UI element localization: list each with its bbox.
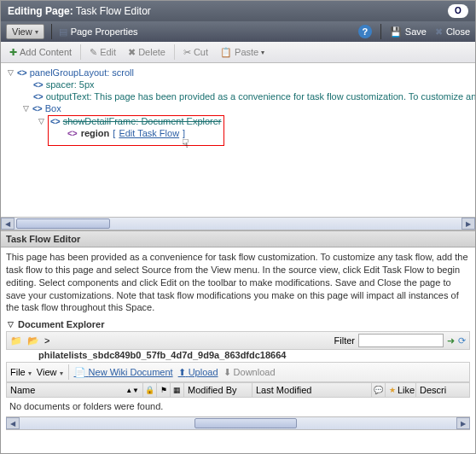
- col-icon[interactable]: ⚑: [157, 383, 171, 397]
- upload-link[interactable]: ⬆ Upload: [178, 367, 218, 378]
- breadcrumb-separator: >: [44, 335, 49, 346]
- lock-icon: 🔒: [145, 386, 154, 394]
- wiki-icon: 📄: [74, 367, 86, 377]
- chat-icon: 💬: [374, 386, 383, 394]
- col-last-modified[interactable]: Last Modified: [253, 383, 372, 397]
- scroll-left-arrow[interactable]: ◀: [6, 417, 20, 429]
- table-horizontal-scrollbar[interactable]: ◀ ▶: [6, 416, 470, 430]
- collapse-toggle[interactable]: ▽: [37, 117, 45, 125]
- tag-icon: <>: [33, 92, 44, 102]
- col-like[interactable]: ★ Like: [386, 383, 416, 397]
- file-menu[interactable]: File ▾: [10, 367, 32, 377]
- filter-input[interactable]: [358, 334, 444, 347]
- scroll-left-arrow[interactable]: ◀: [1, 218, 15, 230]
- edit-task-flow-link[interactable]: Edit Task Flow: [119, 128, 179, 138]
- collapse-toggle[interactable]: ▽: [6, 68, 15, 77]
- flag-icon: ⚑: [160, 386, 167, 394]
- paste-button[interactable]: 📋 Paste ▾: [217, 45, 268, 60]
- selected-node-box: <> showDetailFrame: Document Explorer <>…: [48, 115, 224, 146]
- tree-node[interactable]: Box: [45, 103, 61, 114]
- sort-asc-icon: ▲▼: [125, 387, 139, 394]
- tag-icon: <>: [17, 68, 27, 78]
- tree-node[interactable]: spacer: 5px: [46, 79, 95, 90]
- col-name[interactable]: Name ▲▼: [7, 383, 143, 397]
- title-bar: Editing Page: Task Flow Editor O: [1, 1, 475, 21]
- tree-node[interactable]: showDetailFrame: Document Explorer: [63, 116, 222, 126]
- folder-icon[interactable]: 📂: [27, 335, 39, 346]
- view-menu[interactable]: View ▾: [37, 367, 63, 377]
- filter-label: Filter: [334, 335, 355, 346]
- delete-icon: ✖: [128, 47, 136, 58]
- save-button[interactable]: 💾 Save: [390, 26, 427, 38]
- empty-message: No documents or folders were found.: [1, 398, 475, 415]
- col-icon[interactable]: 💬: [372, 383, 386, 397]
- tree-node[interactable]: panelGroupLayout: scroll: [30, 67, 134, 78]
- chevron-down-icon: ▾: [261, 49, 264, 56]
- separator: [51, 24, 52, 39]
- download-icon: ⬇: [223, 367, 231, 377]
- page-properties-button[interactable]: ▤ Page Properties: [59, 26, 138, 38]
- pencil-icon: ✎: [90, 47, 97, 58]
- tag-icon: <>: [33, 80, 44, 90]
- upload-icon: ⬆: [178, 367, 186, 377]
- edit-button[interactable]: ✎ Edit: [86, 45, 119, 60]
- go-icon[interactable]: ➜: [447, 335, 455, 346]
- refresh-icon[interactable]: ⟳: [458, 335, 466, 346]
- table-header-row: Name ▲▼ 🔒 ⚑ ▦ Modified By Last Modified …: [6, 382, 470, 398]
- col-description[interactable]: Descri: [416, 383, 469, 397]
- tree-node[interactable]: outputText: This page has been provided …: [46, 91, 475, 102]
- chevron-down-icon: ▾: [35, 28, 38, 36]
- section-heading: Task Flow Editor: [1, 230, 475, 247]
- properties-icon: ▤: [59, 26, 67, 38]
- help-icon[interactable]: ?: [358, 25, 372, 38]
- breadcrumb-path: philatelists_sbdc849b0_57fb_4d7d_9d9a_86…: [38, 350, 470, 360]
- collapse-toggle[interactable]: ▽: [6, 320, 15, 329]
- doc-explorer-header: ▽ Document Explorer: [1, 317, 475, 331]
- scissors-icon: ✂: [183, 47, 191, 58]
- view-menu-button[interactable]: View▾: [6, 24, 44, 39]
- region-label: region: [81, 128, 110, 138]
- plus-icon: ✚: [9, 47, 17, 58]
- star-icon: ★: [389, 386, 396, 394]
- edit-toolbar: ✚ Add Content ✎ Edit ✖ Delete ✂ Cut 📋 Pa…: [1, 42, 475, 63]
- menu-bar: View▾ ▤ Page Properties ? 💾 Save ✖ Close: [1, 21, 475, 42]
- clipboard-icon: 📋: [220, 47, 232, 58]
- oracle-logo: O: [448, 4, 468, 18]
- collapse-toggle[interactable]: ▽: [21, 104, 30, 113]
- add-content-button[interactable]: ✚ Add Content: [6, 45, 75, 60]
- doc-icon: ▦: [173, 386, 181, 394]
- doc-explorer-toolbar: File ▾ View ▾ 📄 New Wiki Document ⬆ Uplo…: [6, 362, 470, 382]
- scroll-right-arrow[interactable]: ▶: [461, 218, 475, 230]
- separator: [380, 24, 381, 39]
- close-icon: ✖: [435, 26, 443, 38]
- tree-horizontal-scrollbar[interactable]: ◀ ▶: [1, 217, 475, 230]
- component-tree: ▽ <> panelGroupLayout: scroll <> spacer:…: [1, 63, 475, 217]
- tag-icon: <>: [50, 117, 61, 126]
- col-modified-by[interactable]: Modified By: [184, 383, 253, 397]
- col-icon[interactable]: ▦: [171, 383, 184, 397]
- cut-button[interactable]: ✂ Cut: [180, 45, 212, 60]
- page-title: Editing Page: Task Flow Editor: [8, 5, 151, 17]
- close-button[interactable]: ✖ Close: [435, 26, 470, 38]
- tag-icon: <>: [67, 129, 78, 138]
- tag-icon: <>: [32, 104, 43, 114]
- description-text: This page has been provided as a conveni…: [1, 247, 475, 317]
- folder-up-icon[interactable]: 📁: [10, 335, 22, 346]
- new-wiki-link[interactable]: 📄 New Wiki Document: [74, 367, 173, 378]
- save-icon: 💾: [390, 26, 402, 38]
- scroll-right-arrow[interactable]: ▶: [456, 417, 470, 429]
- cursor-icon: ☟: [182, 137, 189, 150]
- col-icon[interactable]: 🔒: [143, 383, 157, 397]
- delete-button[interactable]: ✖ Delete: [125, 45, 169, 60]
- download-link[interactable]: ⬇ Download: [223, 367, 276, 378]
- doc-explorer-path-bar: 📁 📂 > Filter ➜ ⟳: [6, 331, 470, 350]
